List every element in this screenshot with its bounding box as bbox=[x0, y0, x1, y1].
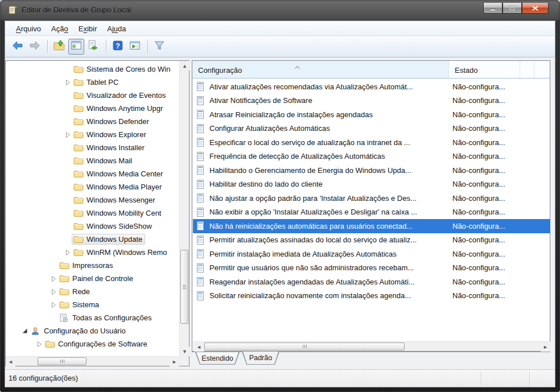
tree-item-label: Windows SideShow bbox=[87, 222, 152, 230]
scroll-left-button[interactable]: ◄ bbox=[6, 357, 15, 366]
maximize-button[interactable] bbox=[503, 3, 522, 14]
expand-chevron-icon[interactable] bbox=[50, 301, 57, 309]
tree-item-configuracao-do-usuario[interactable]: Configuração do Usuário bbox=[6, 324, 179, 337]
tab-padrao[interactable]: Padrão bbox=[242, 352, 279, 365]
list-hscroll-thumb[interactable] bbox=[204, 343, 405, 350]
tree-item-windows-messenger[interactable]: Windows Messenger bbox=[6, 193, 179, 207]
tree-item-windows-mail[interactable]: Windows Mail bbox=[6, 154, 179, 167]
collapse-chevron-icon[interactable] bbox=[21, 327, 29, 335]
up-one-level-button[interactable] bbox=[51, 39, 67, 55]
tree-item-painel-de-controle[interactable]: Painel de Controle bbox=[6, 272, 179, 285]
tab-label: Padrão bbox=[249, 354, 272, 362]
tree-item-windows-update[interactable]: Windows Update bbox=[6, 233, 179, 246]
folder-icon bbox=[59, 261, 69, 270]
tree-item-sistema-de-cores-do-win[interactable]: Sistema de Cores do Win bbox=[6, 63, 179, 76]
tree-node: Sistema de Cores do Win bbox=[72, 64, 173, 75]
tree-item-windows-anytime-upgr[interactable]: Windows Anytime Upgr bbox=[6, 102, 179, 115]
tree-node: Tablet PC bbox=[72, 77, 121, 88]
scroll-up-button[interactable]: ▲ bbox=[180, 61, 190, 71]
tree-item-windows-mobility-cent[interactable]: Windows Mobility Cent bbox=[6, 207, 179, 220]
back-arrow-button[interactable] bbox=[10, 39, 26, 55]
tree-item-windows-media-player[interactable]: Windows Media Player bbox=[6, 180, 179, 193]
policy-row[interactable]: Permitir que usuários que não são admini… bbox=[193, 261, 550, 275]
menu-ajuda[interactable]: Ajuda bbox=[102, 23, 131, 35]
help-button[interactable]: ? bbox=[110, 39, 126, 55]
menu-bar: ArquivoAçãoExibirAjuda bbox=[5, 22, 555, 36]
scroll-left-button[interactable]: ◄ bbox=[194, 342, 204, 352]
menu-exibir[interactable]: Exibir bbox=[73, 23, 102, 35]
tree-item-windows-installer[interactable]: Windows Installer bbox=[6, 141, 179, 154]
policy-row[interactable]: Reagendar instalações agendadas de Atual… bbox=[193, 275, 550, 289]
policy-row[interactable]: Permitir instalação imediata de Atualiza… bbox=[193, 247, 550, 261]
policy-state: Não-configura... bbox=[449, 236, 505, 244]
expand-chevron-icon[interactable] bbox=[50, 275, 57, 283]
expander-placeholder bbox=[64, 65, 72, 73]
tree-item-windows-explorer[interactable]: Windows Explorer bbox=[6, 128, 179, 141]
tree-item-rede[interactable]: Rede bbox=[6, 285, 179, 298]
tree-item-impressoras[interactable]: Impressoras bbox=[6, 259, 179, 272]
scroll-right-button[interactable]: ► bbox=[541, 342, 550, 352]
tree-item-todas-as-configuracoes[interactable]: Todas as Configurações bbox=[6, 311, 179, 324]
expand-chevron-icon[interactable] bbox=[35, 340, 43, 348]
policy-row[interactable]: Não exibir a opção 'Instalar Atualizaçõe… bbox=[193, 205, 550, 220]
expand-chevron-icon[interactable] bbox=[64, 79, 72, 86]
scroll-down-button[interactable]: ▼ bbox=[180, 346, 190, 356]
export-list-button[interactable] bbox=[85, 39, 101, 55]
tab-estendido[interactable]: Estendido bbox=[195, 352, 240, 365]
minimize-button[interactable] bbox=[483, 3, 503, 14]
policy-row[interactable]: Habilitando o Gerenciamento de Energia d… bbox=[193, 163, 550, 178]
show-console-tree-button[interactable] bbox=[68, 39, 84, 55]
tree-item-windows-media-center[interactable]: Windows Media Center bbox=[6, 167, 179, 180]
show-properties-button[interactable] bbox=[127, 39, 143, 55]
tree-horizontal-scrollbar[interactable]: ◄ ► bbox=[6, 356, 179, 366]
forward-arrow-button[interactable] bbox=[27, 39, 43, 55]
folder-icon bbox=[73, 222, 84, 230]
menu-acao[interactable]: Ação bbox=[46, 23, 73, 35]
tree-item-sistema[interactable]: Sistema bbox=[6, 298, 179, 311]
title-bar[interactable]: Editor de Diretiva de Grupo Local bbox=[0, 0, 560, 20]
tree-item-tablet-pc[interactable]: Tablet PC bbox=[6, 76, 179, 89]
column-header-stub[interactable] bbox=[520, 61, 534, 78]
policy-row[interactable]: Ativar Notificações de SoftwareNão-confi… bbox=[193, 94, 550, 108]
tree-item-label: Impressoras bbox=[72, 261, 113, 270]
policy-row[interactable]: Atrasar Reinicialização de instalações a… bbox=[193, 108, 550, 122]
tree-item-windows-sideshow[interactable]: Windows SideShow bbox=[6, 220, 179, 233]
expand-chevron-icon[interactable] bbox=[64, 131, 72, 139]
policy-name: Ativar atualizações recomendadas via Atu… bbox=[209, 82, 449, 91]
column-header-estado[interactable]: Estado bbox=[449, 61, 520, 78]
expand-chevron-icon[interactable] bbox=[64, 249, 72, 257]
policy-row[interactable]: Habilitar destino do lado do clienteNão-… bbox=[193, 178, 550, 192]
tree-item-windows-defender[interactable]: Windows Defender bbox=[6, 115, 179, 128]
policy-row[interactable]: Solicitar reinicialização novamente com … bbox=[193, 289, 550, 303]
column-header-configuracao[interactable]: Configuração bbox=[192, 61, 449, 78]
policy-state: Não-configura... bbox=[449, 166, 505, 175]
toolbar-separator bbox=[47, 40, 48, 53]
close-button[interactable] bbox=[522, 3, 549, 14]
show-console-tree-icon bbox=[70, 39, 83, 54]
scroll-right-button[interactable]: ► bbox=[170, 357, 179, 366]
tree-vertical-scrollbar[interactable]: ▲ ▼ bbox=[179, 61, 189, 356]
tree-vscroll-thumb[interactable] bbox=[180, 250, 188, 324]
tree-item-configuracoes-de-software[interactable]: Configurações de Software bbox=[6, 337, 179, 350]
policy-name: Atrasar Reinicialização de instalações a… bbox=[209, 110, 449, 119]
filter-button[interactable] bbox=[151, 39, 167, 55]
policy-row[interactable]: Permitir atualizações assinadas do local… bbox=[193, 233, 550, 247]
policy-row[interactable]: Configurar Atualizações AutomáticasNão-c… bbox=[193, 122, 550, 136]
list-horizontal-scrollbar[interactable]: ◄ ► bbox=[193, 341, 550, 351]
group-policy-editor-window: Editor de Diretiva de Grupo Local Arquiv… bbox=[0, 0, 560, 392]
policy-row[interactable]: Especificar o local do serviço de atuali… bbox=[193, 135, 550, 150]
policy-row[interactable]: Não há reinicializações automáticas para… bbox=[193, 219, 550, 233]
policy-doc-icon bbox=[196, 110, 205, 119]
tree-item-label: Windows Mail bbox=[87, 156, 132, 165]
policy-row[interactable]: Não ajustar a opção padrão para 'Instala… bbox=[193, 191, 550, 205]
policy-row[interactable]: Frequência de detecção de Atualizações A… bbox=[193, 150, 550, 164]
policy-row[interactable]: Ativar atualizações recomendadas via Atu… bbox=[193, 80, 550, 94]
policy-state: Não-configura... bbox=[449, 250, 505, 258]
folder-icon bbox=[59, 274, 69, 283]
expand-chevron-icon[interactable] bbox=[50, 288, 57, 296]
tree-item-label: Windows Defender bbox=[87, 117, 149, 126]
tree-item-visualizador-de-eventos[interactable]: Visualizador de Eventos bbox=[6, 89, 179, 102]
menu-arquivo[interactable]: Arquivo bbox=[11, 23, 46, 35]
tree-item-winrm-windows-remo[interactable]: WinRM (Windows Remo bbox=[6, 246, 179, 259]
tree-hscroll-thumb[interactable] bbox=[38, 357, 87, 365]
